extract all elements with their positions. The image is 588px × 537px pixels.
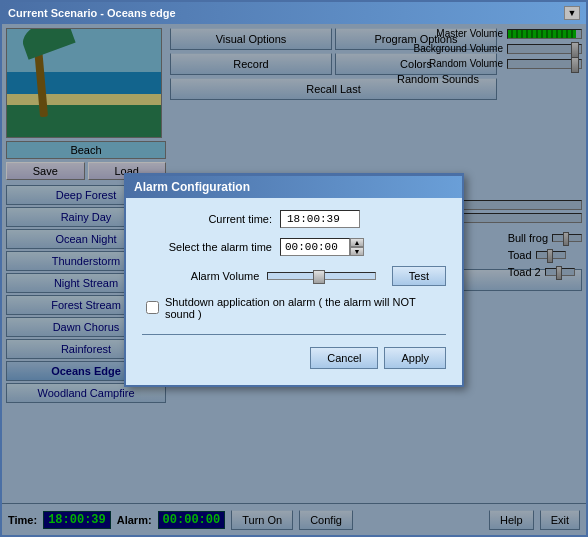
select-alarm-label: Select the alarm time [142, 241, 272, 253]
current-time-label: Current time: [142, 213, 272, 225]
title-bar: Current Scenario - Oceans edge ▼ [2, 2, 586, 24]
alarm-time-spinner: ▲ ▼ [350, 238, 364, 256]
shutdown-label: Shutdown application on alarm ( the alar… [165, 296, 442, 320]
alarm-volume-row: Alarm Volume Test [142, 266, 446, 286]
test-button[interactable]: Test [392, 266, 446, 286]
modal-buttons: Cancel Apply [142, 343, 446, 373]
modal-content: Current time: 18:00:39 Select the alarm … [126, 198, 462, 385]
cancel-button[interactable]: Cancel [310, 347, 378, 369]
alarm-time-input[interactable] [280, 238, 350, 256]
spinner-up-button[interactable]: ▲ [350, 238, 364, 247]
modal-divider [142, 334, 446, 335]
alarm-time-row: Select the alarm time ▲ ▼ [142, 238, 446, 256]
modal-title: Alarm Configuration [134, 180, 250, 194]
shutdown-checkbox[interactable] [146, 301, 159, 314]
window-title: Current Scenario - Oceans edge [8, 7, 176, 19]
main-body: Beach Save Load Deep Forest Rainy Day Oc… [2, 24, 586, 535]
alarm-configuration-dialog: Alarm Configuration Current time: 18:00:… [124, 173, 464, 387]
alarm-volume-track[interactable] [267, 272, 375, 280]
alarm-volume-thumb[interactable] [313, 270, 325, 284]
current-time-value: 18:00:39 [280, 210, 360, 228]
modal-title-bar: Alarm Configuration [126, 176, 462, 198]
main-window: Current Scenario - Oceans edge ▼ Beach S… [0, 0, 588, 537]
alarm-volume-label: Alarm Volume [142, 270, 259, 282]
modal-overlay: Alarm Configuration Current time: 18:00:… [2, 24, 586, 535]
alarm-time-input-group: ▲ ▼ [280, 238, 364, 256]
window-close-button[interactable]: ▼ [564, 6, 580, 20]
current-time-row: Current time: 18:00:39 [142, 210, 446, 228]
apply-button[interactable]: Apply [384, 347, 446, 369]
shutdown-row: Shutdown application on alarm ( the alar… [142, 296, 446, 320]
spinner-down-button[interactable]: ▼ [350, 247, 364, 256]
